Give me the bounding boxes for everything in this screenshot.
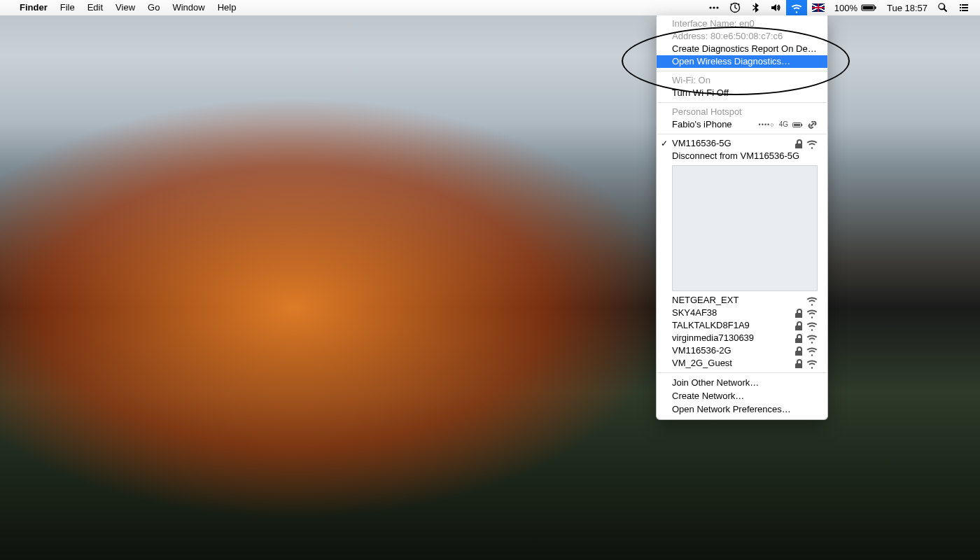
wifi-network-name: virginmedia7130639 xyxy=(672,332,788,344)
wifi-signal-icon xyxy=(806,320,818,331)
lock-icon xyxy=(794,358,802,368)
wifi-status-label: Wi-Fi: On xyxy=(657,74,827,87)
statusitem-notification-icon[interactable] xyxy=(953,0,974,15)
separator xyxy=(657,372,827,373)
hotspot-header: Personal Hotspot xyxy=(657,106,827,118)
statusitem-bluetooth-icon[interactable] xyxy=(746,0,765,15)
battery-percent-label: 100% xyxy=(834,3,858,13)
hotspot-link-icon xyxy=(807,121,818,129)
hotspot-signal-dots: ••••○ xyxy=(759,118,775,131)
lock-icon xyxy=(794,333,802,343)
menu-go[interactable]: Go xyxy=(141,0,166,15)
wifi-signal-icon xyxy=(806,345,818,356)
statusitem-battery[interactable]: 100% xyxy=(830,0,882,15)
wifi-interface-label: Interface Name: en0 xyxy=(657,18,827,30)
wifi-network-name: VM116536-2G xyxy=(672,344,788,357)
statusitem-volume-icon[interactable] xyxy=(765,0,786,15)
separator xyxy=(657,134,827,134)
lock-icon xyxy=(794,321,802,330)
menu-edit[interactable]: Edit xyxy=(81,0,109,15)
separator xyxy=(657,71,827,71)
wifi-signal-icon xyxy=(806,307,818,318)
desktop-wallpaper xyxy=(0,0,980,560)
separator xyxy=(657,102,827,103)
uk-flag-icon xyxy=(812,4,825,12)
menu-help[interactable]: Help xyxy=(211,0,243,15)
wifi-join-other[interactable]: Join Other Network… xyxy=(657,376,827,389)
hotspot-network-label: 4G xyxy=(779,118,788,131)
menu-app-name[interactable]: Finder xyxy=(13,0,54,15)
wifi-connected-item[interactable]: ✓ VM116536-5G xyxy=(657,137,827,150)
statusitem-spotlight-icon[interactable] xyxy=(932,0,953,15)
wifi-network-name: VM_2G_Guest xyxy=(672,357,788,370)
wifi-create-diagnostics[interactable]: Create Diagnostics Report On Desktop… xyxy=(657,43,827,55)
lock-icon xyxy=(794,139,802,148)
wifi-network-name: NETGEAR_EXT xyxy=(672,294,801,307)
statusitem-clock[interactable]: Tue 18:57 xyxy=(882,0,932,15)
wifi-network-name: SKY4AF38 xyxy=(672,307,788,319)
menu-view[interactable]: View xyxy=(109,0,141,15)
connected-network-name: VM116536-5G xyxy=(672,137,788,150)
wifi-address-label: Address: 80:e6:50:08:c7:c6 xyxy=(657,30,827,43)
wifi-signal-graph xyxy=(672,165,818,291)
statusitem-timemachine-icon[interactable] xyxy=(724,0,746,15)
statusitem-overflow-icon[interactable] xyxy=(704,0,724,15)
wifi-network-name: TALKTALKD8F1A9 xyxy=(672,319,788,332)
wifi-open-diagnostics[interactable]: Open Wireless Diagnostics… xyxy=(657,55,827,68)
wifi-network-item[interactable]: TALKTALKD8F1A9 xyxy=(657,319,827,332)
wifi-disconnect[interactable]: Disconnect from VM116536-5G xyxy=(657,150,827,162)
hotspot-name: Fabio's iPhone xyxy=(672,118,753,131)
lock-icon xyxy=(794,308,802,318)
checkmark-icon: ✓ xyxy=(661,137,668,150)
wifi-signal-icon xyxy=(806,358,818,369)
hotspot-battery-icon xyxy=(792,121,803,129)
wifi-network-item[interactable]: SKY4AF38 xyxy=(657,307,827,319)
wifi-turn-off[interactable]: Turn Wi-Fi Off xyxy=(657,87,827,99)
hotspot-item[interactable]: Fabio's iPhone ••••○ 4G xyxy=(657,118,827,131)
wifi-signal-icon xyxy=(806,295,818,306)
wifi-signal-icon xyxy=(806,138,818,149)
lock-icon xyxy=(794,346,802,356)
wifi-network-item[interactable]: virginmedia7130639 xyxy=(657,332,827,344)
wifi-create-network[interactable]: Create Network… xyxy=(657,389,827,402)
menu-bar: Finder File Edit View Go Window Help 100… xyxy=(0,0,980,16)
wifi-open-prefs[interactable]: Open Network Preferences… xyxy=(657,402,827,416)
battery-icon xyxy=(861,2,877,13)
wifi-network-item[interactable]: VM_2G_Guest xyxy=(657,357,827,370)
menu-window[interactable]: Window xyxy=(166,0,211,15)
wifi-menu-dropdown: Interface Name: en0 Address: 80:e6:50:08… xyxy=(656,15,828,420)
wifi-network-item[interactable]: NETGEAR_EXT xyxy=(657,294,827,307)
wifi-signal-icon xyxy=(806,332,818,344)
wifi-network-item[interactable]: VM116536-2G xyxy=(657,344,827,357)
menu-file[interactable]: File xyxy=(54,0,81,15)
statusitem-input-flag[interactable] xyxy=(807,0,830,15)
statusitem-wifi-icon[interactable] xyxy=(786,0,807,15)
